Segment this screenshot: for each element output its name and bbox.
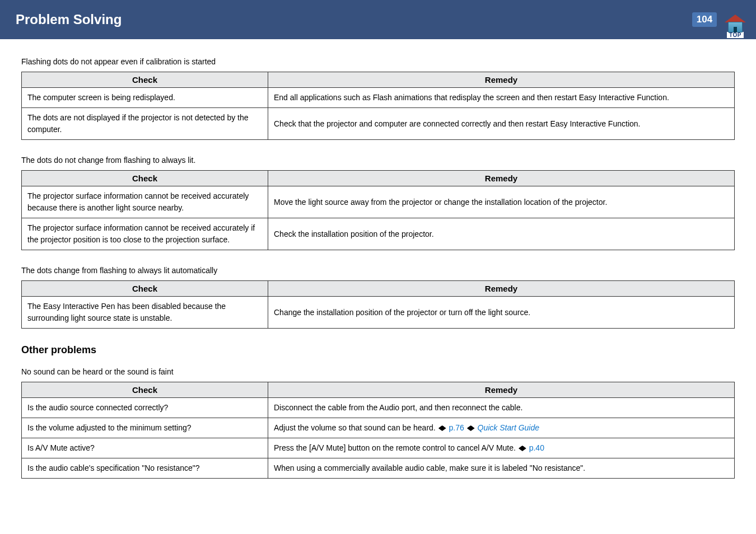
header-bar: Problem Solving 104 TOP bbox=[0, 0, 756, 39]
reference-icon bbox=[519, 446, 526, 451]
house-icon bbox=[725, 15, 746, 32]
col-check: Check bbox=[22, 382, 268, 398]
table-row: The dots are not displayed if the projec… bbox=[22, 108, 735, 140]
section-heading: Other problems bbox=[21, 344, 735, 356]
cell-remedy: Disconnect the cable from the Audio port… bbox=[268, 398, 735, 418]
cell-check: Is the audio source connected correctly? bbox=[22, 398, 268, 418]
table-row: The projector surface information cannot… bbox=[22, 186, 735, 218]
col-remedy: Remedy bbox=[268, 72, 735, 88]
table-row: Is the volume adjusted to the minimum se… bbox=[22, 418, 735, 438]
table-row: Is A/V Mute active? Press the [A/V Mute]… bbox=[22, 438, 735, 458]
table-row: Is the audio cable's specification "No r… bbox=[22, 458, 735, 479]
problem-table: Check Remedy The computer screen is bein… bbox=[21, 72, 735, 140]
top-label: TOP bbox=[727, 32, 744, 38]
reference-icon bbox=[467, 425, 475, 431]
problem-table: Check Remedy The projector surface infor… bbox=[21, 170, 735, 250]
col-check: Check bbox=[22, 72, 268, 88]
page-number-badge: 104 bbox=[692, 12, 717, 27]
table-row: The computer screen is being redisplayed… bbox=[22, 88, 735, 108]
page-ref-link[interactable]: p.76 bbox=[449, 423, 464, 432]
col-remedy: Remedy bbox=[268, 281, 735, 297]
remedy-text: Press the [A/V Mute] button on the remot… bbox=[274, 443, 518, 452]
section-subhead: The dots change from flashing to always … bbox=[21, 266, 735, 275]
col-check: Check bbox=[22, 171, 268, 186]
page-title: Problem Solving bbox=[16, 12, 122, 27]
cell-remedy: Adjust the volume so that sound can be h… bbox=[268, 418, 735, 438]
reference-icon bbox=[438, 425, 446, 431]
section-subhead: The dots do not change from flashing to … bbox=[21, 156, 735, 165]
home-top-button[interactable]: TOP bbox=[725, 15, 746, 38]
col-remedy: Remedy bbox=[268, 171, 735, 186]
cell-check: The projector surface information cannot… bbox=[22, 218, 268, 250]
cell-check: The projector surface information cannot… bbox=[22, 186, 268, 218]
problem-table: Check Remedy Is the audio source connect… bbox=[21, 382, 735, 479]
cell-check: The dots are not displayed if the projec… bbox=[22, 108, 268, 140]
cell-remedy: Check the installation position of the p… bbox=[268, 218, 735, 250]
cell-remedy: End all applications such as Flash anima… bbox=[268, 88, 735, 108]
cell-check: Is the volume adjusted to the minimum se… bbox=[22, 418, 268, 438]
page-ref-link[interactable]: p.40 bbox=[529, 443, 544, 452]
section-subhead: No sound can be heard or the sound is fa… bbox=[21, 367, 735, 376]
cell-remedy: Press the [A/V Mute] button on the remot… bbox=[268, 438, 735, 458]
header-right: 104 TOP bbox=[692, 0, 756, 39]
page-content: Flashing dots do not appear even if cali… bbox=[0, 39, 756, 479]
col-check: Check bbox=[22, 281, 268, 297]
cell-check: Is A/V Mute active? bbox=[22, 438, 268, 458]
cell-remedy: Check that the projector and computer ar… bbox=[268, 108, 735, 140]
cell-check: The computer screen is being redisplayed… bbox=[22, 88, 268, 108]
cell-check: Is the audio cable's specification "No r… bbox=[22, 458, 268, 479]
cell-remedy: Change the installation position of the … bbox=[268, 297, 735, 329]
section-subhead: Flashing dots do not appear even if cali… bbox=[21, 57, 735, 66]
guide-ref-link[interactable]: Quick Start Guide bbox=[478, 423, 540, 432]
cell-remedy: Move the light source away from the proj… bbox=[268, 186, 735, 218]
table-row: The projector surface information cannot… bbox=[22, 218, 735, 250]
table-row: Is the audio source connected correctly?… bbox=[22, 398, 735, 418]
table-row: The Easy Interactive Pen has been disabl… bbox=[22, 297, 735, 329]
cell-remedy: When using a commercially available audi… bbox=[268, 458, 735, 479]
remedy-text: Adjust the volume so that sound can be h… bbox=[274, 423, 438, 432]
cell-check: The Easy Interactive Pen has been disabl… bbox=[22, 297, 268, 329]
col-remedy: Remedy bbox=[268, 382, 735, 398]
problem-table: Check Remedy The Easy Interactive Pen ha… bbox=[21, 280, 735, 329]
